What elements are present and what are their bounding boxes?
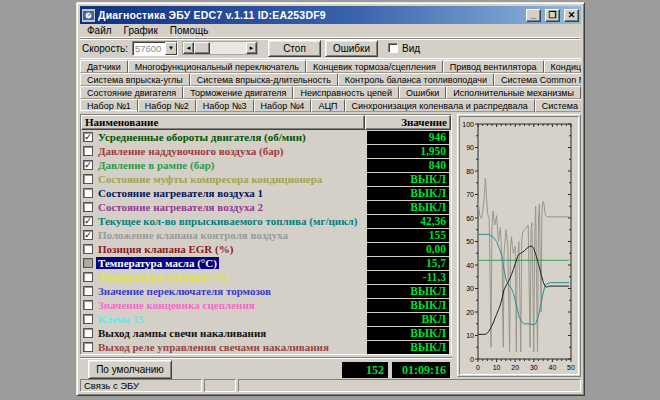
tab-ацп[interactable]: АЦП — [311, 99, 344, 112]
row-checkbox[interactable]: ✓ — [83, 230, 93, 240]
row-checkbox[interactable] — [83, 272, 93, 282]
pane-footer: По умолчанию 152 01:09:16 — [80, 360, 452, 379]
parameters-table: Наименование Значение ✓Усредненные оборо… — [80, 114, 452, 355]
row-checkbox[interactable]: ✓ — [83, 216, 93, 226]
parameter-value: ВЫКЛ — [367, 299, 449, 312]
row-checkbox[interactable] — [83, 342, 93, 352]
tab-датчики[interactable]: Датчики — [80, 60, 128, 73]
table-row[interactable]: Температура масла (°C)15,7 — [81, 256, 451, 270]
table-row[interactable]: Выход лампы свечи накаливанияВЫКЛ — [81, 326, 451, 340]
tab-контроль-баланса-топливоподачи[interactable]: Контроль баланса топливоподачи — [338, 73, 494, 86]
table-row[interactable]: Клема 15ВКЛ — [81, 312, 451, 326]
parameter-label[interactable]: Значение переключателя тормозов — [96, 285, 367, 298]
parameter-label[interactable]: Температура топлива (°C) — [96, 271, 367, 284]
parameter-label[interactable]: Состояние нагревателя воздуха 1 — [96, 187, 367, 200]
speed-combobox[interactable]: 57600 ▼ — [132, 41, 178, 56]
default-button[interactable]: По умолчанию — [88, 360, 172, 379]
tab-торможение-двигателя[interactable]: Торможение двигателя — [183, 86, 293, 99]
speed-scrollbar[interactable]: ◄ ► — [182, 41, 258, 55]
menu-file[interactable]: Файл — [81, 24, 118, 37]
row-checkbox[interactable] — [83, 174, 93, 184]
parameter-label[interactable]: Давление наддувочного воздуха (бар) — [96, 145, 367, 158]
tab-привод-вентилятора[interactable]: Привод вентилятора — [443, 60, 544, 73]
parameter-label[interactable]: Клема 15 — [96, 313, 367, 326]
menu-graph[interactable]: График — [118, 24, 164, 37]
table-row[interactable]: Состояние нагревателя воздуха 2ВЫКЛ — [81, 200, 451, 214]
errors-button[interactable]: Ошибки — [325, 40, 378, 57]
table-row[interactable]: Состояние муфты компресора кондиционераВ… — [81, 172, 451, 186]
row-checkbox[interactable] — [83, 188, 93, 198]
table-row[interactable]: ✓Усредненные обороты двигателя (об/мин)9… — [81, 130, 451, 144]
table-row[interactable]: Выход реле управления свечами накаливани… — [81, 340, 451, 354]
tab-система-впрыска-количество[interactable]: Система впрыска-количество — [535, 99, 581, 112]
row-checkbox[interactable]: ✓ — [83, 132, 93, 142]
parameter-label[interactable]: Выход реле управления свечами накаливани… — [96, 341, 367, 354]
row-checkbox[interactable] — [83, 300, 93, 310]
scroll-left-icon[interactable]: ◄ — [183, 42, 194, 54]
main-area: Наименование Значение ✓Усредненные оборо… — [80, 113, 581, 377]
svg-text:80: 80 — [466, 168, 474, 175]
table-row[interactable]: Температура топлива (°C)-11,3 — [81, 270, 451, 284]
row-checkbox[interactable] — [83, 258, 93, 268]
title-bar[interactable]: Диагностика ЭБУ EDC7 v.1.11 ID:EA253DF9 … — [80, 6, 581, 24]
svg-text:0: 0 — [470, 356, 474, 363]
parameter-label[interactable]: Значение концевика сцепления — [96, 299, 367, 312]
menu-help[interactable]: Помощь — [164, 24, 215, 37]
row-checkbox[interactable] — [83, 328, 93, 338]
row-checkbox[interactable] — [83, 146, 93, 156]
parameter-label[interactable]: Состояние нагревателя воздуха 2 — [96, 201, 367, 214]
window-title: Диагностика ЭБУ EDC7 v.1.11 ID:EA253DF9 — [98, 9, 522, 21]
parameter-label[interactable]: Давление в рампе (бар) — [96, 159, 367, 172]
tab-концевик-тормоза-сцепления[interactable]: Концевик тормоза/сцепления — [306, 60, 443, 73]
parameter-label[interactable]: Положение клапана контроля воздуха — [96, 229, 367, 242]
parameter-label[interactable]: Позиция клапана EGR (%) — [96, 243, 367, 256]
column-header-name[interactable]: Наименование — [81, 115, 365, 130]
tab-набор-№2[interactable]: Набор №2 — [138, 99, 196, 112]
stop-button[interactable]: Стоп — [268, 40, 321, 57]
close-button[interactable]: ✕ — [564, 9, 579, 22]
parameter-label[interactable]: Текущее кол-во впрыскиваемого топлива (м… — [96, 215, 367, 228]
table-row[interactable]: Позиция клапана EGR (%)0,00 — [81, 242, 451, 256]
tab-ошибки[interactable]: Ошибки — [399, 86, 446, 99]
status-panel-2 — [204, 379, 236, 392]
table-row[interactable]: Давление наддувочного воздуха (бар)1,950 — [81, 144, 451, 158]
table-row[interactable]: Значение концевика сцепленияВЫКЛ — [81, 298, 451, 312]
tab-система-впрыска-углы[interactable]: Система впрыска-углы — [80, 73, 190, 86]
column-header-value[interactable]: Значение — [365, 115, 451, 130]
tab-набор-№1[interactable]: Набор №1 — [80, 99, 138, 112]
parameters-pane: Наименование Значение ✓Усредненные оборо… — [80, 114, 452, 377]
view-checkbox[interactable] — [388, 43, 398, 53]
tab-состояние-двигателя[interactable]: Состояние двигателя — [80, 86, 183, 99]
chevron-down-icon[interactable]: ▼ — [165, 42, 177, 55]
svg-text:50: 50 — [567, 364, 575, 371]
parameter-label[interactable]: Усредненные обороты двигателя (об/мин) — [96, 131, 367, 144]
row-checkbox[interactable]: ✓ — [83, 160, 93, 170]
table-row[interactable]: ✓Давление в рампе (бар)840 — [81, 158, 451, 172]
tab-неисправность-цепей[interactable]: Неисправность цепей — [293, 86, 398, 99]
tab-набор-№3[interactable]: Набор №3 — [196, 99, 254, 112]
scroll-right-icon[interactable]: ► — [246, 42, 257, 54]
table-row[interactable]: ✓Положение клапана контроля воздуха155 — [81, 228, 451, 242]
parameter-label[interactable]: Выход лампы свечи накаливания — [96, 327, 367, 340]
parameter-label[interactable]: Состояние муфты компресора кондиционера — [96, 173, 367, 186]
row-checkbox[interactable] — [83, 286, 93, 296]
tab-кондиционер[interactable]: Кондиционер — [544, 60, 581, 73]
scrollbar-thumb[interactable] — [194, 42, 210, 54]
tab-синхронизация-коленвала-и-распредвала[interactable]: Синхронизация коленвала и распредвала — [345, 99, 535, 112]
toolbar: Скорость: 57600 ▼ ◄ ► Стоп Ошибки Вид — [80, 38, 581, 59]
tab-исполнительные-механизмы[interactable]: Исполнительные механизмы — [446, 86, 581, 99]
row-checkbox[interactable] — [83, 314, 93, 324]
tab-набор-№4[interactable]: Набор №4 — [254, 99, 312, 112]
table-row[interactable]: Значение переключателя тормозовВЫКЛ — [81, 284, 451, 298]
tab-система-common-rail[interactable]: Система Common Rail — [494, 73, 581, 86]
svg-text:10: 10 — [493, 364, 501, 371]
table-row[interactable]: ✓Текущее кол-во впрыскиваемого топлива (… — [81, 214, 451, 228]
table-row[interactable]: Состояние нагревателя воздуха 1ВЫКЛ — [81, 186, 451, 200]
parameter-label[interactable]: Температура масла (°C) — [96, 257, 367, 270]
tab-многофункциональный-переключатель[interactable]: Многофункциональный переключатель — [128, 60, 306, 73]
tab-система-впрыска-длительность[interactable]: Система впрыска-длительность — [190, 73, 338, 86]
row-checkbox[interactable] — [83, 202, 93, 212]
row-checkbox[interactable] — [83, 244, 93, 254]
maximize-button[interactable]: ❐ — [545, 9, 560, 22]
minimize-button[interactable]: _ — [526, 9, 541, 22]
